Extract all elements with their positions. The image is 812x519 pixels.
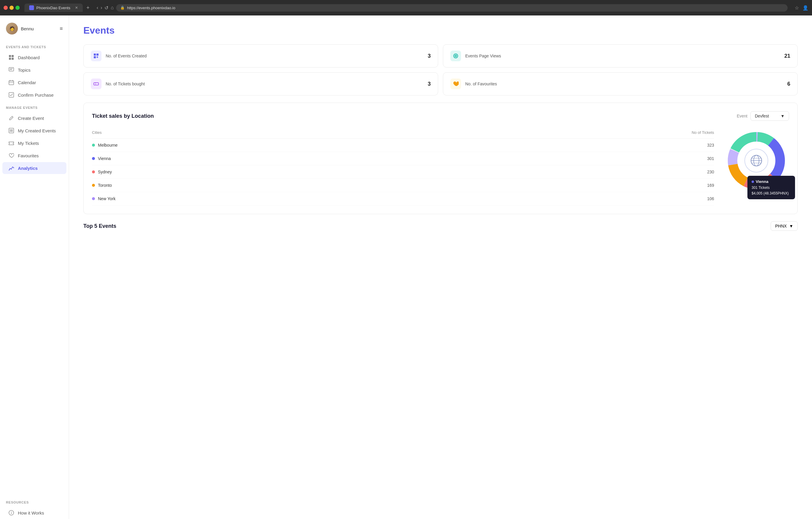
stat-left: No. of Favourites <box>451 79 497 89</box>
home-button[interactable]: ⌂ <box>111 5 114 10</box>
sidebar-item-label: Dashboard <box>18 55 39 60</box>
svg-rect-7 <box>9 81 14 85</box>
ticket-icon <box>8 140 14 146</box>
close-button[interactable] <box>4 6 8 10</box>
city-row-newyork: New York 106 <box>92 192 714 206</box>
city-left: Vienna <box>92 156 111 161</box>
stat-label-tickets-bought: No. of Tickets bought <box>106 82 145 86</box>
stat-card-page-views: Events Page Views 21 <box>443 44 798 67</box>
city-dot-sydney <box>92 171 95 174</box>
chart-title: Ticket sales by Location <box>92 113 154 119</box>
sidebar-item-label: Favourites <box>18 153 39 158</box>
heart-icon <box>8 153 14 158</box>
sidebar-item-create-event[interactable]: Create Event <box>2 112 66 124</box>
sidebar-item-calendar[interactable]: Calendar <box>2 77 66 88</box>
tooltip-city: Vienna <box>752 179 791 185</box>
check-square-icon <box>8 92 14 98</box>
calendar-icon <box>8 80 14 85</box>
active-tab[interactable]: PhoenixDao Events ✕ <box>24 4 83 12</box>
tooltip-dot <box>752 181 754 183</box>
top5-section: Top 5 Events PHNX ▼ <box>83 221 798 231</box>
sidebar-item-label: Analytics <box>18 166 38 171</box>
sidebar-item-my-created-events[interactable]: My Created Events <box>2 125 66 136</box>
sidebar-item-confirm-purchase[interactable]: Confirm Purchase <box>2 89 66 101</box>
bookmark-icon[interactable]: ☆ <box>795 5 799 11</box>
stat-value-tickets-bought: 3 <box>428 81 431 87</box>
window-controls <box>4 6 20 10</box>
section-label-manage-events: MANAGE EVENTS <box>0 101 69 112</box>
main-content: Events No. of Events Created 3 <box>69 16 812 519</box>
back-button[interactable]: ‹ <box>97 5 98 10</box>
stat-card-favourites: No. of Favourites 6 <box>443 72 798 95</box>
svg-rect-0 <box>9 55 11 57</box>
sidebar-item-my-tickets[interactable]: My Tickets <box>2 137 66 149</box>
cities-table: Cities No of Tickets Melbourne 323 <box>92 128 714 206</box>
sidebar-item-favourites[interactable]: Favourites <box>2 150 66 161</box>
favourites-icon <box>451 79 461 89</box>
city-left: Melbourne <box>92 143 118 148</box>
stat-left: No. of Events Created <box>91 51 147 61</box>
city-name-vienna: Vienna <box>98 156 111 161</box>
sidebar-item-label: Confirm Purchase <box>18 92 54 97</box>
chart-body: Cities No of Tickets Melbourne 323 <box>92 128 789 206</box>
chevron-down-icon: ▼ <box>780 114 785 118</box>
currency-value: PHNX <box>775 224 787 228</box>
sidebar-item-how-it-works[interactable]: How it Works <box>2 507 66 519</box>
event-selector: Event Devfest ▼ <box>737 111 789 121</box>
svg-rect-21 <box>96 54 98 56</box>
stats-grid: No. of Events Created 3 Events Page View… <box>83 44 798 95</box>
event-selector-label: Event <box>737 114 747 118</box>
city-dot-melbourne <box>92 144 95 147</box>
tab-close-icon[interactable]: ✕ <box>75 6 78 10</box>
donut-chart: Vienna 301 Tickets $4,005 (48.3455PHNX) <box>724 128 789 193</box>
city-tickets-melbourne: 323 <box>707 143 714 148</box>
address-bar[interactable]: 🔒 https://events.phoenixdao.io <box>116 4 788 11</box>
reload-button[interactable]: ↺ <box>105 5 108 11</box>
tab-title: PhoenixDao Events <box>36 6 70 10</box>
city-dot-vienna <box>92 157 95 160</box>
city-left: Toronto <box>92 183 112 188</box>
events-created-icon <box>91 51 102 61</box>
city-name-newyork: New York <box>98 196 115 201</box>
donut-center-globe <box>745 149 768 173</box>
stat-value-favourites: 6 <box>787 81 790 87</box>
svg-rect-20 <box>94 54 96 56</box>
city-tickets-vienna: 301 <box>707 156 714 161</box>
tickets-bought-icon <box>91 79 102 89</box>
sidebar: 🧑 Bennu ≡ EVENTS AND TICKETS Dashboard <box>0 16 69 519</box>
browser-chrome: PhoenixDao Events ✕ + ‹ › ↺ ⌂ 🔒 https://… <box>0 0 812 16</box>
sidebar-item-label: My Created Events <box>18 128 56 133</box>
section-label-events-tickets: EVENTS AND TICKETS <box>0 40 69 51</box>
city-name-toronto: Toronto <box>98 183 112 188</box>
minimize-button[interactable] <box>9 6 14 10</box>
user-profile-icon[interactable]: 👤 <box>803 5 808 11</box>
sidebar-item-label: Calendar <box>18 80 36 85</box>
svg-rect-3 <box>11 58 14 60</box>
sidebar-item-analytics[interactable]: Analytics <box>2 162 66 174</box>
maximize-button[interactable] <box>16 6 20 10</box>
stat-label-events-created: No. of Events Created <box>106 54 147 58</box>
chart-icon <box>8 165 14 171</box>
table-header: Cities No of Tickets <box>92 128 714 139</box>
sidebar-item-topics[interactable]: Topics <box>2 64 66 76</box>
event-dropdown[interactable]: Devfest ▼ <box>750 111 789 121</box>
address-bar-row: ‹ › ↺ ⌂ 🔒 https://events.phoenixdao.io <box>97 4 788 11</box>
avatar: 🧑 <box>6 23 18 34</box>
sidebar-item-label: How it Works <box>18 510 44 515</box>
sidebar-item-label: My Tickets <box>18 141 39 146</box>
new-tab-button[interactable]: + <box>86 5 90 11</box>
col-cities: Cities <box>92 130 102 135</box>
stat-label-page-views: Events Page Views <box>465 54 501 58</box>
lock-icon: 🔒 <box>120 6 125 10</box>
stat-label-favourites: No. of Favourites <box>465 82 497 86</box>
stat-left: No. of Tickets bought <box>91 79 145 89</box>
city-row-toronto: Toronto 169 <box>92 179 714 192</box>
menu-icon[interactable]: ≡ <box>60 26 63 32</box>
url-text: https://events.phoenixdao.io <box>127 6 175 10</box>
currency-dropdown[interactable]: PHNX ▼ <box>771 221 798 231</box>
city-left: New York <box>92 196 115 201</box>
forward-button[interactable]: › <box>100 5 102 10</box>
list-icon <box>8 128 14 133</box>
col-tickets: No of Tickets <box>692 130 714 135</box>
sidebar-item-dashboard[interactable]: Dashboard <box>2 52 66 63</box>
